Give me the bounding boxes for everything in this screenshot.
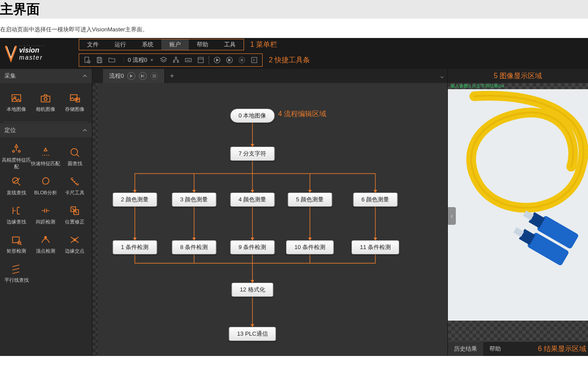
chevron-up-icon bbox=[82, 128, 88, 133]
menubar: 文件 运行 系统 账户 帮助 工具 bbox=[79, 39, 244, 50]
tool-rect-detect[interactable]: 矩形检测 bbox=[2, 229, 31, 258]
node-color-6[interactable]: 6 颜色测量 bbox=[353, 193, 398, 207]
tool-blob[interactable]: BLOB分析 bbox=[31, 171, 60, 200]
rect-detect-icon bbox=[10, 234, 23, 246]
node-plc-13[interactable]: 13 PLC通信 bbox=[229, 327, 276, 341]
tool-label: 平行线查找 bbox=[4, 277, 29, 284]
svg-rect-5 bbox=[98, 57, 101, 59]
play-loop-icon[interactable] bbox=[223, 54, 236, 66]
tool-edge-find[interactable]: 边缘查找 bbox=[2, 200, 31, 229]
tool-label: 直线查找 bbox=[7, 189, 26, 196]
tab-play-loop-icon[interactable] bbox=[139, 72, 147, 80]
tab-stop-icon[interactable] bbox=[150, 72, 158, 80]
tool-gap[interactable]: 间距检测 bbox=[31, 200, 60, 229]
open-folder-icon[interactable] bbox=[106, 54, 118, 66]
node-cond-10[interactable]: 10 条件检测 bbox=[286, 240, 334, 254]
position-fix-icon bbox=[69, 204, 81, 217]
new-file-icon[interactable] bbox=[81, 54, 93, 66]
node-local-image[interactable]: 0 本地图像 bbox=[230, 109, 275, 123]
node-branch-char[interactable]: 7 分支字符 bbox=[230, 147, 275, 161]
tool-label: 本地图像 bbox=[7, 106, 26, 113]
circle-find-icon bbox=[69, 146, 81, 159]
flow-canvas[interactable]: 4 流程编辑区域 bbox=[92, 83, 447, 356]
group-header-locate[interactable]: 定位 bbox=[0, 123, 92, 137]
tab-play-icon[interactable] bbox=[127, 72, 135, 80]
doc-title: 主界面 bbox=[0, 0, 40, 19]
tool-label: 边缘查找 bbox=[7, 219, 26, 225]
tool-position-fix[interactable]: 位置修正 bbox=[60, 200, 89, 229]
toolbox-sidebar: 采集 本地图像相机图像存储图像 定位 高精度特征匹配快速特征匹配圆查找直线查找B… bbox=[0, 69, 92, 356]
menu-account[interactable]: 账户 bbox=[161, 39, 189, 50]
node-format-12[interactable]: 12 格式化 bbox=[231, 283, 273, 297]
menu-system[interactable]: 系统 bbox=[134, 39, 161, 50]
tool-label: 边缘交点 bbox=[65, 248, 84, 254]
fullscreen-icon[interactable]: F bbox=[248, 54, 260, 66]
blob-icon bbox=[39, 175, 52, 188]
panel-expand-handle[interactable]: ‹ bbox=[448, 207, 456, 225]
svg-text:输入参数3 分支字符结果D4: 输入参数3 分支字符结果D4 bbox=[451, 83, 504, 88]
doc-intro: 在启动页面中选择任一模块即可进入VisionMaster主界面。 bbox=[0, 19, 588, 38]
menu-tools[interactable]: 工具 bbox=[216, 39, 244, 50]
tree-icon[interactable] bbox=[170, 54, 182, 66]
edge-intersect-icon bbox=[69, 234, 81, 246]
flow-tab-0[interactable]: 流程0 bbox=[103, 69, 165, 83]
play-icon[interactable] bbox=[211, 54, 223, 66]
window-icon[interactable] bbox=[195, 54, 207, 66]
tab-help[interactable]: 帮助 bbox=[483, 342, 507, 356]
svg-rect-21 bbox=[41, 96, 50, 102]
gap-icon bbox=[39, 204, 52, 217]
svg-point-22 bbox=[44, 97, 47, 100]
tool-edge-intersect[interactable]: 边缘交点 bbox=[60, 229, 89, 258]
save-icon[interactable] bbox=[93, 54, 106, 66]
edge-find-icon bbox=[10, 204, 23, 217]
tool-line-find[interactable]: 直线查找 bbox=[2, 171, 31, 200]
tab-add-button[interactable]: + bbox=[165, 69, 179, 83]
tool-label: 顶点检测 bbox=[36, 248, 55, 254]
tool-feature-hi[interactable]: 高精度特征匹配 bbox=[2, 142, 31, 171]
tool-label: 存储图像 bbox=[65, 106, 84, 113]
node-color-5[interactable]: 5 颜色测量 bbox=[288, 193, 332, 207]
node-cond-11[interactable]: 11 条件检测 bbox=[351, 240, 399, 254]
annot-toolbar: 2 快捷工具条 bbox=[269, 56, 310, 65]
svg-rect-16 bbox=[241, 59, 243, 61]
tool-circle-find[interactable]: 圆查找 bbox=[60, 142, 89, 171]
svg-rect-6 bbox=[98, 61, 101, 63]
svg-text:master: master bbox=[19, 54, 43, 61]
group-header-capture[interactable]: 采集 bbox=[0, 69, 92, 83]
node-cond-8[interactable]: 8 条件检测 bbox=[172, 240, 217, 254]
tool-camera[interactable]: 相机图像 bbox=[31, 87, 60, 117]
image-display-panel: 5 图像显示区域 输入参数3 分支字符结果D4 bbox=[447, 69, 588, 356]
image-viewer[interactable]: 输入参数3 分支字符结果D4 ‹ bbox=[448, 83, 588, 342]
stop-icon[interactable] bbox=[236, 54, 248, 66]
tool-label: 矩形检测 bbox=[7, 248, 26, 254]
doc-title-bar: 主界面 bbox=[0, 0, 588, 19]
tab-history-results[interactable]: 历史结果 bbox=[448, 342, 483, 356]
layers-icon[interactable] bbox=[157, 54, 170, 66]
tool-vertex[interactable]: 顶点检测 bbox=[31, 229, 60, 258]
feature-fast-icon bbox=[39, 146, 52, 159]
svg-point-25 bbox=[12, 150, 14, 152]
annot-result-display: 6 结果显示区域 bbox=[538, 342, 588, 356]
tabs-dropdown-icon[interactable]: ⌄ bbox=[439, 72, 445, 80]
svg-point-33 bbox=[45, 236, 46, 238]
tool-caliper[interactable]: 卡尺工具 bbox=[60, 171, 89, 200]
menu-file[interactable]: 文件 bbox=[79, 39, 107, 50]
tool-image[interactable]: 本地图像 bbox=[2, 87, 31, 117]
save-image-icon bbox=[69, 92, 81, 104]
menu-run[interactable]: 运行 bbox=[107, 39, 134, 50]
menu-help[interactable]: 帮助 bbox=[189, 39, 216, 50]
node-color-3[interactable]: 3 颜色测量 bbox=[172, 193, 217, 207]
tool-feature-fast[interactable]: 快速特征匹配 bbox=[31, 142, 60, 171]
node-color-2[interactable]: 2 颜色测量 bbox=[113, 193, 157, 207]
node-cond-9[interactable]: 9 条件检测 bbox=[230, 240, 275, 254]
flow-selector[interactable]: ⋮ 0 流程0 ▼ bbox=[118, 56, 157, 64]
flow-editor: 流程0 + ⌄ 3 工具箱 4 流程编辑区域 bbox=[92, 69, 447, 356]
node-color-4[interactable]: 4 颜色测量 bbox=[230, 193, 275, 207]
tool-parallel-line[interactable]: 平行线查找 bbox=[2, 258, 31, 288]
vertex-icon bbox=[39, 234, 52, 246]
tool-save-image[interactable]: 存储图像 bbox=[60, 87, 89, 117]
image-icon bbox=[10, 92, 23, 104]
toolbar: ⋮ 0 流程0 ▼ var F bbox=[79, 53, 263, 67]
node-cond-1[interactable]: 1 条件检测 bbox=[113, 240, 157, 254]
var-icon[interactable]: var bbox=[182, 54, 195, 66]
